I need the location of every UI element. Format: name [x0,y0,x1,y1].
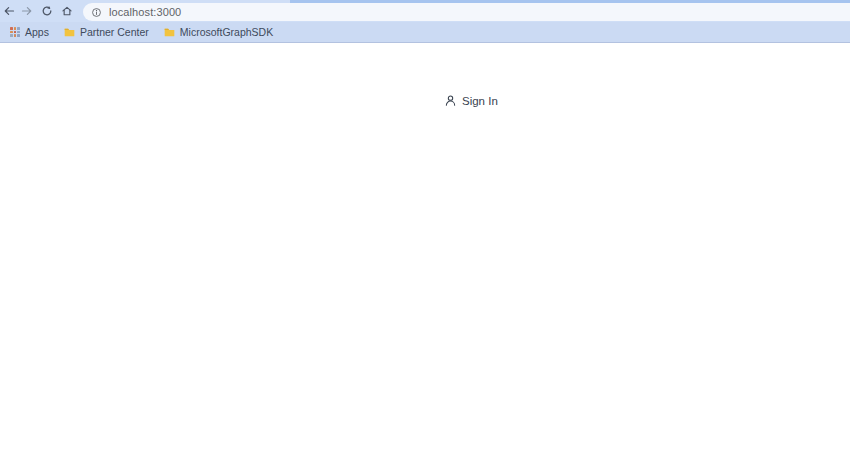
bookmark-apps[interactable]: Apps [8,24,51,40]
back-arrow-icon [3,5,15,17]
sign-in-label: Sign In [462,95,498,107]
page-content: Sign In [0,44,850,460]
bookmark-folder-partner-center[interactable]: Partner Center [62,24,151,40]
home-button[interactable] [59,3,75,19]
person-icon [444,94,457,107]
bookmark-label: MicrosoftGraphSDK [180,26,273,38]
bookmark-label: Apps [25,26,49,38]
forward-arrow-icon [21,5,33,17]
site-info-button[interactable] [89,5,103,19]
back-button[interactable] [1,3,17,19]
reload-icon [41,5,53,17]
home-icon [61,5,73,17]
reload-button[interactable] [39,3,55,19]
url-text: localhost:3000 [109,6,181,18]
bookmarks-bar: Apps Partner Center MicrosoftGraphSDK [0,22,850,43]
address-bar[interactable]: localhost:3000 [83,3,850,21]
folder-icon [64,27,75,37]
bookmark-folder-microsoftgraphsdk[interactable]: MicrosoftGraphSDK [162,24,275,40]
bookmark-label: Partner Center [80,26,149,38]
browser-toolbar: localhost:3000 [0,0,850,22]
forward-button[interactable] [19,3,35,19]
info-icon [91,7,102,18]
folder-icon [164,27,175,37]
sign-in-button[interactable]: Sign In [444,94,498,107]
apps-grid-icon [10,27,20,37]
browser-chrome: localhost:3000 Apps Partner Center [0,0,850,44]
